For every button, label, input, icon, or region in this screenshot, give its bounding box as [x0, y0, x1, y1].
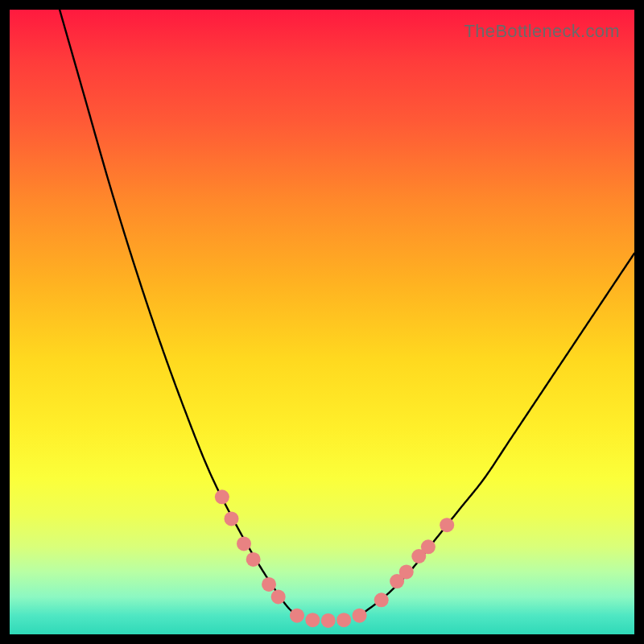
series-left-curve [60, 10, 297, 616]
marker-dot [374, 592, 389, 607]
marker-dot [321, 613, 336, 628]
chart-frame: TheBottleneck.com [0, 0, 644, 644]
marker-dot [215, 489, 229, 504]
marker-dot [336, 613, 351, 627]
chart-svg [10, 10, 634, 634]
series-right-curve [360, 254, 634, 616]
highlight-markers [215, 489, 454, 628]
marker-dot [224, 511, 238, 526]
marker-dot [237, 536, 251, 551]
marker-dot [290, 609, 304, 623]
marker-dot [399, 564, 414, 579]
plot-area: TheBottleneck.com [10, 10, 634, 634]
marker-dot [353, 609, 367, 623]
marker-dot [246, 552, 261, 567]
marker-dot [271, 589, 286, 604]
marker-dot [440, 518, 454, 532]
marker-dot [305, 613, 320, 627]
marker-dot [421, 539, 436, 554]
curve-lines [60, 10, 634, 616]
marker-dot [262, 577, 276, 592]
